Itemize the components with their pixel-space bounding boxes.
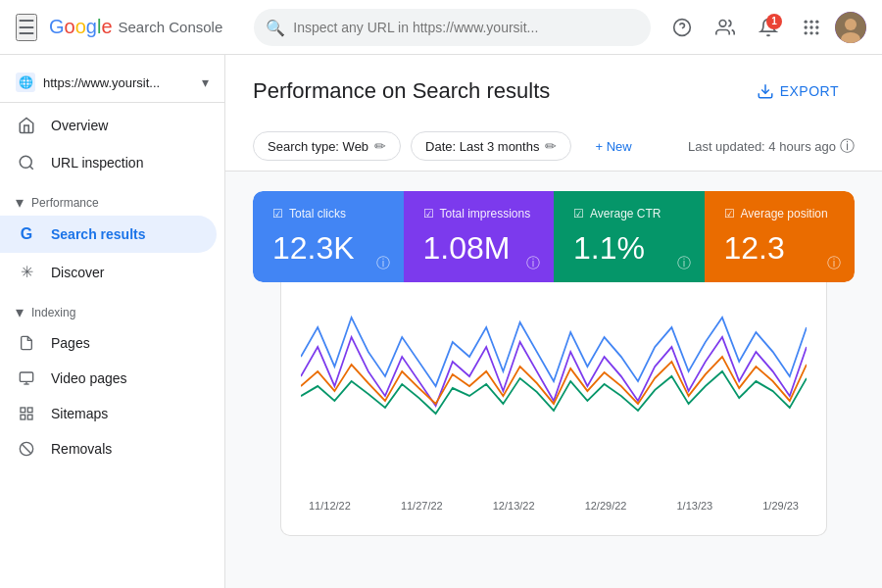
date-label-5: 1/29/23	[762, 500, 799, 512]
property-favicon: 🌐	[16, 73, 35, 92]
sidebar-section-indexing[interactable]: ▾ Indexing	[0, 291, 224, 325]
average-position-value: 12.3	[724, 230, 836, 267]
add-new-filter-button[interactable]: + New	[581, 133, 645, 160]
average-ctr-help-icon[interactable]: ⓘ	[677, 255, 691, 272]
sidebar-item-overview[interactable]: Overview	[0, 107, 217, 144]
people-button[interactable]	[706, 8, 745, 47]
svg-point-3	[805, 20, 808, 23]
metric-card-average-position[interactable]: ☑ Average position 12.3 ⓘ	[705, 191, 856, 282]
date-label-3: 12/29/22	[585, 500, 627, 512]
sidebar-item-video-pages[interactable]: Video pages	[0, 361, 217, 396]
date-filter[interactable]: Date: Last 3 months ✏	[411, 131, 571, 161]
export-label: EXPORT	[780, 83, 839, 99]
home-icon	[16, 117, 37, 134]
svg-rect-20	[21, 408, 25, 413]
top-header: ☰ Google Search Console 🔍 1	[0, 0, 882, 55]
average-position-label: Average position	[741, 207, 828, 220]
property-dropdown-icon: ▾	[202, 74, 209, 90]
sidebar-section-indexing-label: Indexing	[31, 306, 75, 319]
line-chart	[301, 298, 807, 494]
average-ctr-value: 1.1%	[573, 230, 685, 267]
sidebar-item-removals[interactable]: Removals	[0, 431, 217, 466]
apps-button[interactable]	[792, 8, 831, 47]
property-url: https://www.yoursit...	[43, 75, 194, 90]
last-updated-text: Last updated: 4 hours ago	[688, 139, 836, 154]
url-inspection-icon	[16, 154, 37, 172]
total-clicks-label-row: ☑ Total clicks	[272, 207, 384, 220]
add-new-label: + New	[595, 139, 631, 154]
filter-bar: Search type: Web ✏ Date: Last 3 months ✏…	[225, 122, 882, 172]
property-selector[interactable]: 🌐 https://www.yoursit... ▾	[0, 63, 224, 103]
search-icon: 🔍	[266, 18, 285, 36]
metric-card-total-impressions[interactable]: ☑ Total impressions 1.08M ⓘ	[404, 191, 555, 282]
average-ctr-label: Average CTR	[590, 207, 661, 220]
video-pages-icon	[16, 370, 37, 386]
average-position-help-icon[interactable]: ⓘ	[827, 255, 841, 272]
product-name: Search Console	[119, 19, 223, 35]
last-updated: Last updated: 4 hours ago ⓘ	[688, 137, 855, 156]
indexing-chevron: ▾	[16, 303, 24, 321]
sidebar-item-url-inspection[interactable]: URL inspection	[0, 144, 217, 181]
last-updated-help-icon[interactable]: ⓘ	[840, 137, 855, 156]
hamburger-button[interactable]: ☰	[16, 14, 37, 41]
total-impressions-value: 1.08M	[423, 230, 535, 267]
sidebar-section-performance[interactable]: ▾ Performance	[0, 181, 224, 216]
sidebar-item-search-results-label: Search results	[51, 226, 146, 242]
metric-card-average-ctr[interactable]: ☑ Average CTR 1.1% ⓘ	[554, 191, 705, 282]
sidebar-item-sitemaps[interactable]: Sitemaps	[0, 396, 217, 431]
total-impressions-label: Total impressions	[440, 207, 531, 220]
notification-button[interactable]: 1	[749, 8, 788, 47]
logo-area: Google Search Console	[49, 16, 222, 38]
sidebar-item-url-inspection-label: URL inspection	[51, 155, 143, 171]
total-clicks-check: ☑	[272, 207, 283, 220]
sidebar-item-search-results[interactable]: G Search results	[0, 216, 217, 253]
removals-icon	[16, 441, 37, 457]
sidebar-item-video-pages-label: Video pages	[51, 370, 127, 386]
date-label-2: 12/13/22	[493, 500, 535, 512]
search-type-label: Search type: Web	[268, 139, 368, 154]
sidebar: 🌐 https://www.yoursit... ▾ Overview URL …	[0, 55, 225, 588]
layout: 🌐 https://www.yoursit... ▾ Overview URL …	[0, 55, 882, 588]
svg-point-2	[719, 20, 726, 26]
average-position-check: ☑	[724, 207, 735, 220]
search-type-filter[interactable]: Search type: Web ✏	[253, 131, 401, 161]
total-clicks-value: 12.3K	[272, 230, 384, 267]
google-g-icon: G	[16, 225, 37, 243]
sidebar-item-sitemaps-label: Sitemaps	[51, 406, 108, 421]
total-clicks-help-icon[interactable]: ⓘ	[376, 255, 390, 272]
sidebar-item-overview-label: Overview	[51, 118, 108, 133]
avatar[interactable]	[835, 12, 866, 43]
search-bar-container: 🔍	[254, 9, 651, 46]
svg-rect-17	[20, 372, 32, 381]
metrics-section: ☑ Total clicks 12.3K ⓘ ☑ Total impressio…	[225, 172, 882, 571]
svg-point-8	[815, 25, 818, 28]
date-label-1: 11/27/22	[401, 500, 443, 512]
svg-line-16	[29, 166, 32, 169]
svg-rect-23	[21, 415, 25, 419]
main-content: Performance on Search results EXPORT Sea…	[225, 55, 882, 588]
svg-point-9	[805, 31, 808, 34]
date-edit-icon: ✏	[545, 138, 557, 154]
svg-rect-22	[27, 415, 32, 419]
help-button[interactable]	[662, 8, 702, 47]
total-impressions-check: ☑	[423, 207, 434, 220]
chart-dates: 11/12/22 11/27/22 12/13/22 12/29/22 1/13…	[301, 494, 807, 512]
page-title: Performance on Search results	[253, 78, 550, 104]
sidebar-item-discover-label: Discover	[51, 265, 104, 280]
total-impressions-help-icon[interactable]: ⓘ	[526, 255, 540, 272]
date-label-0: 11/12/22	[309, 500, 351, 512]
main-header: Performance on Search results EXPORT	[225, 55, 882, 122]
svg-rect-21	[27, 408, 32, 413]
metric-card-total-clicks[interactable]: ☑ Total clicks 12.3K ⓘ	[253, 191, 404, 282]
discover-icon: ✳	[16, 263, 37, 281]
clicks-line	[301, 318, 807, 386]
chart-container: 11/12/22 11/27/22 12/13/22 12/29/22 1/13…	[280, 282, 827, 536]
sidebar-item-discover[interactable]: ✳ Discover	[0, 253, 217, 291]
sidebar-item-pages[interactable]: Pages	[0, 325, 217, 361]
google-logo: Google	[49, 16, 113, 38]
svg-point-11	[815, 31, 818, 34]
sidebar-item-pages-label: Pages	[51, 335, 90, 351]
search-input[interactable]	[254, 9, 651, 46]
export-button[interactable]: EXPORT	[741, 74, 855, 108]
search-type-edit-icon: ✏	[374, 138, 386, 154]
